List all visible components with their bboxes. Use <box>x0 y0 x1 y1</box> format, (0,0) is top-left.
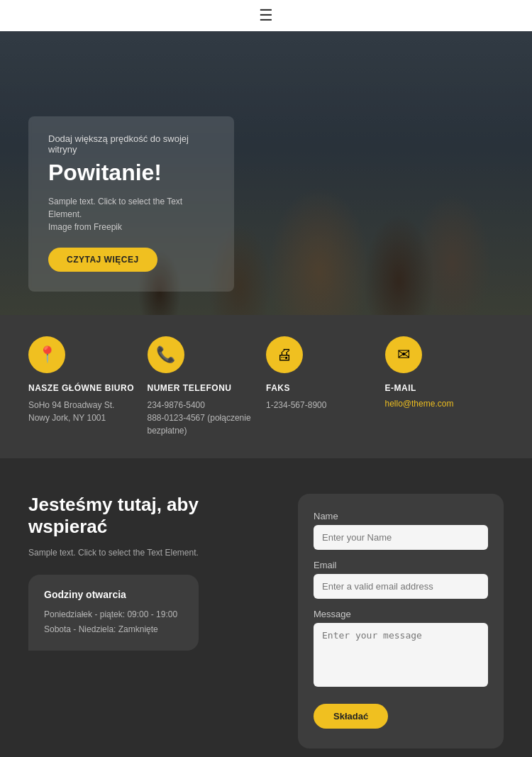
hours-title: Godziny otwarcia <box>44 589 183 600</box>
message-textarea[interactable] <box>314 623 488 687</box>
hero-text: Sample text. Click to select the Text El… <box>48 195 214 233</box>
contact-value-email[interactable]: hello@theme.com <box>385 399 454 409</box>
contact-item-address: 📍 NASZE GŁÓWNE BIURO SoHo 94 Broadway St… <box>28 336 148 437</box>
contact-value-fax: 1-234-567-8900 <box>266 399 326 411</box>
fax-icon: 🖨 <box>266 336 303 373</box>
read-more-button[interactable]: CZYTAJ WIĘCEJ <box>48 248 157 272</box>
name-input[interactable] <box>314 525 488 550</box>
hero-content-box: Dodaj większą prędkość do swojej witryny… <box>28 116 234 292</box>
hours-weekend: Sobota - Niedziela: Zamknięte <box>44 622 183 636</box>
contact-label-address: NASZE GŁÓWNE BIURO <box>28 383 134 393</box>
hamburger-icon[interactable]: ☰ <box>259 6 273 25</box>
support-title: Jesteśmy tutaj, aby wspierać <box>28 494 270 538</box>
hours-box: Godziny otwarcia Poniedziałek - piątek: … <box>28 575 199 651</box>
phone-icon: 📞 <box>148 336 184 373</box>
contact-form: Name Email Message Składać <box>298 494 504 748</box>
hero-subtitle: Dodaj większą prędkość do swojej witryny <box>48 133 214 155</box>
support-text: Sample text. Click to select the Text El… <box>28 546 270 559</box>
contact-item-phone: 📞 NUMER TELEFONU 234-9876-5400 888-0123-… <box>148 336 267 437</box>
contact-label-email: E-MAIL <box>385 383 416 393</box>
contact-item-fax: 🖨 FAKS 1-234-567-8900 <box>266 336 385 437</box>
support-left: Jesteśmy tutaj, aby wspierać Sample text… <box>28 494 270 651</box>
contact-label-fax: FAKS <box>266 383 290 393</box>
message-field-group: Message <box>314 609 488 690</box>
hero-title: Powitanie! <box>48 160 214 185</box>
email-label: Email <box>314 560 488 570</box>
name-field-group: Name <box>314 511 488 550</box>
contact-value-address: SoHo 94 Broadway St. Nowy Jork, NY 1001 <box>28 399 114 424</box>
contact-label-phone: NUMER TELEFONU <box>148 383 232 393</box>
contact-item-email: ✉ E-MAIL hello@theme.com <box>385 336 504 437</box>
hours-weekday: Poniedziałek - piątek: 09:00 - 19:00 <box>44 607 183 621</box>
email-input[interactable] <box>314 574 488 599</box>
support-section: Jesteśmy tutaj, aby wspierać Sample text… <box>0 458 532 757</box>
name-label: Name <box>314 511 488 521</box>
contact-value-phone: 234-9876-5400 888-0123-4567 (połączenie … <box>148 399 267 437</box>
message-label: Message <box>314 609 488 619</box>
hero-section: Dodaj większą prędkość do swojej witryny… <box>0 31 532 315</box>
email-field-group: Email <box>314 560 488 599</box>
header: ☰ <box>0 0 532 31</box>
location-icon: 📍 <box>28 336 65 373</box>
email-icon: ✉ <box>385 336 422 373</box>
submit-button[interactable]: Składać <box>314 704 388 729</box>
contact-strip: 📍 NASZE GŁÓWNE BIURO SoHo 94 Broadway St… <box>0 315 532 458</box>
